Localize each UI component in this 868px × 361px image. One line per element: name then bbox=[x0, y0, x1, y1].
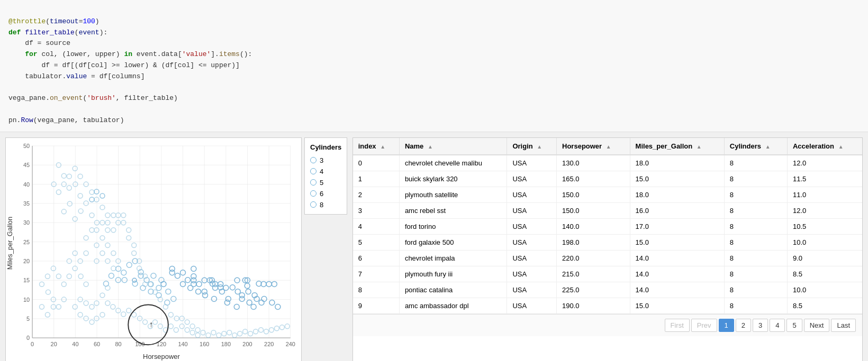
table-row: 1buick skylark 320USA165.015.0811.5 bbox=[353, 171, 862, 187]
svg-point-232 bbox=[179, 324, 184, 329]
svg-point-129 bbox=[78, 193, 83, 198]
cell-acceleration: 10.5 bbox=[787, 218, 862, 234]
svg-point-168 bbox=[94, 227, 99, 232]
cell-miles_per_gallon: 14.0 bbox=[630, 266, 724, 282]
svg-point-126 bbox=[61, 173, 66, 178]
legend-label-8: 8 bbox=[320, 201, 323, 209]
col-label-cylinders: Cylinders bbox=[730, 142, 761, 150]
svg-point-148 bbox=[84, 251, 88, 255]
cell-origin: USA bbox=[507, 202, 557, 218]
svg-point-99 bbox=[239, 296, 245, 301]
svg-point-250 bbox=[274, 326, 279, 331]
cell-name: chevrolet impala bbox=[399, 250, 507, 266]
svg-point-152 bbox=[73, 266, 77, 271]
first-page-button[interactable]: First bbox=[665, 319, 690, 332]
svg-point-158 bbox=[51, 266, 56, 271]
cell-name: plymouth fury iii bbox=[399, 266, 507, 282]
svg-point-238 bbox=[211, 330, 216, 335]
svg-point-52 bbox=[191, 266, 196, 271]
cell-acceleration: 10.0 bbox=[787, 282, 862, 298]
cell-horsepower: 198.0 bbox=[557, 234, 630, 250]
svg-text:60: 60 bbox=[94, 341, 100, 347]
page-3-button[interactable]: 3 bbox=[753, 319, 768, 332]
col-header-horsepower[interactable]: Horsepower ▲ bbox=[557, 138, 630, 155]
cell-cylinders: 8 bbox=[724, 266, 787, 282]
legend-item-6[interactable]: 6 bbox=[310, 190, 341, 198]
svg-point-175 bbox=[105, 213, 110, 218]
col-label-name: Name bbox=[405, 142, 423, 150]
svg-point-191 bbox=[132, 251, 137, 255]
svg-text:35: 35 bbox=[23, 200, 30, 207]
col-header-index[interactable]: index ▲ bbox=[353, 138, 400, 155]
cell-miles_per_gallon: 14.0 bbox=[630, 250, 724, 266]
svg-point-225 bbox=[143, 320, 148, 325]
code-block: @throttle(timeout=100) def filter_table(… bbox=[0, 0, 868, 132]
legend-color-5 bbox=[310, 179, 317, 186]
prev-page-button[interactable]: Prev bbox=[691, 319, 717, 332]
col-header-cylinders[interactable]: Cylinders ▲ bbox=[724, 138, 787, 155]
col-header-mpg[interactable]: Miles_per_Gallon ▲ bbox=[630, 138, 724, 155]
svg-point-88 bbox=[261, 296, 267, 301]
svg-point-109 bbox=[122, 277, 127, 283]
svg-point-94 bbox=[196, 289, 201, 294]
svg-point-255 bbox=[89, 197, 94, 202]
svg-point-85 bbox=[225, 296, 231, 301]
svg-point-208 bbox=[94, 301, 99, 306]
svg-point-240 bbox=[222, 331, 227, 336]
svg-point-228 bbox=[158, 324, 162, 329]
svg-point-65 bbox=[161, 281, 166, 286]
svg-point-190 bbox=[132, 243, 137, 247]
col-header-origin[interactable]: Origin ▲ bbox=[507, 138, 557, 155]
svg-point-216 bbox=[94, 316, 99, 321]
svg-point-212 bbox=[73, 304, 77, 309]
cell-horsepower: 220.0 bbox=[557, 250, 630, 266]
svg-text:5: 5 bbox=[26, 316, 30, 322]
cell-miles_per_gallon: 18.0 bbox=[630, 155, 724, 171]
col-header-acceleration[interactable]: Acceleration ▲ bbox=[787, 138, 862, 155]
legend-item-8[interactable]: 8 bbox=[310, 201, 341, 209]
cell-acceleration: 10.0 bbox=[787, 234, 862, 250]
col-header-name[interactable]: Name ▲ bbox=[399, 138, 507, 155]
svg-point-249 bbox=[269, 328, 274, 332]
svg-point-160 bbox=[40, 282, 44, 286]
svg-point-215 bbox=[89, 320, 94, 325]
page-5-button[interactable]: 5 bbox=[786, 319, 802, 332]
svg-point-127 bbox=[67, 186, 71, 190]
svg-point-177 bbox=[94, 197, 99, 202]
svg-point-234 bbox=[190, 330, 195, 335]
last-page-button[interactable]: Last bbox=[831, 319, 856, 332]
y-axis-label: Miles_per_Gallon bbox=[6, 217, 14, 270]
svg-point-137 bbox=[89, 227, 94, 232]
cell-name: ford torino bbox=[399, 218, 507, 234]
legend-item-3[interactable]: 3 bbox=[310, 156, 341, 164]
scatter-chart: 0 20 40 60 80 100 120 140 160 180 200 22… bbox=[5, 137, 302, 361]
legend-item-4[interactable]: 4 bbox=[310, 168, 341, 175]
sort-icon-index: ▲ bbox=[380, 144, 385, 150]
svg-text:0: 0 bbox=[26, 335, 30, 341]
svg-point-174 bbox=[111, 213, 116, 218]
page-2-button[interactable]: 2 bbox=[736, 319, 751, 332]
main-content: 0 20 40 60 80 100 120 140 160 180 200 22… bbox=[0, 132, 868, 361]
cell-cylinders: 8 bbox=[724, 218, 787, 234]
cell-origin: USA bbox=[507, 218, 557, 234]
svg-point-202 bbox=[179, 316, 184, 321]
legend-title: Cylinders bbox=[310, 143, 341, 151]
legend-item-5[interactable]: 5 bbox=[310, 179, 341, 187]
svg-text:50: 50 bbox=[23, 143, 30, 149]
svg-point-243 bbox=[238, 331, 242, 336]
svg-text:240: 240 bbox=[286, 341, 295, 347]
svg-point-172 bbox=[111, 227, 116, 232]
next-page-button[interactable]: Next bbox=[804, 319, 830, 332]
svg-point-217 bbox=[100, 312, 105, 317]
svg-point-233 bbox=[185, 328, 189, 332]
svg-point-156 bbox=[61, 282, 66, 286]
svg-point-130 bbox=[67, 201, 72, 206]
chart-legend: Cylinders 3 4 5 6 8 bbox=[304, 137, 347, 215]
svg-point-222 bbox=[126, 308, 131, 313]
page-1-button[interactable]: 1 bbox=[719, 319, 734, 332]
legend-color-3 bbox=[310, 157, 317, 163]
svg-point-214 bbox=[84, 316, 88, 321]
page-4-button[interactable]: 4 bbox=[770, 319, 785, 332]
sort-icon-horsepower: ▲ bbox=[606, 144, 611, 150]
cell-cylinders: 8 bbox=[724, 282, 787, 298]
